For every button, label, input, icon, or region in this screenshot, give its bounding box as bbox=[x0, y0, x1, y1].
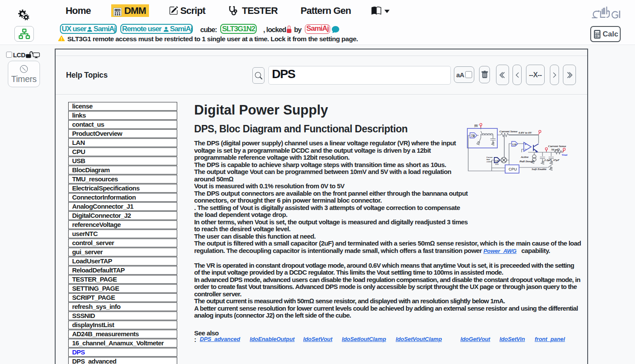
svg-text:12B: 12B bbox=[495, 160, 499, 162]
svg-text:12B: 12B bbox=[512, 143, 516, 146]
svg-text:control: control bbox=[486, 161, 492, 163]
svg-text:0.8V to 6V: 0.8V to 6V bbox=[519, 131, 532, 134]
svg-text:9V: 9V bbox=[474, 124, 479, 128]
svg-text:1/2A: 1/2A bbox=[495, 163, 499, 165]
svg-text:50 mΩ: 50 mΩ bbox=[551, 148, 560, 151]
svg-text:Pull Down: Pull Down bbox=[519, 160, 533, 163]
svg-text:Vout: Vout bbox=[562, 153, 568, 157]
svg-text:Active: Active bbox=[520, 155, 529, 159]
svg-text:2.2µF: 2.2µF bbox=[544, 158, 552, 161]
svg-text:7B: 7B bbox=[471, 134, 475, 138]
svg-text:Current Sense: Current Sense bbox=[499, 130, 517, 133]
svg-text:Soft Enable: Soft Enable bbox=[532, 167, 546, 171]
svg-text:47µF: 47µF bbox=[553, 158, 560, 161]
svg-text:CPU: CPU bbox=[509, 167, 517, 171]
svg-text:0.000: 0.000 bbox=[115, 9, 121, 11]
